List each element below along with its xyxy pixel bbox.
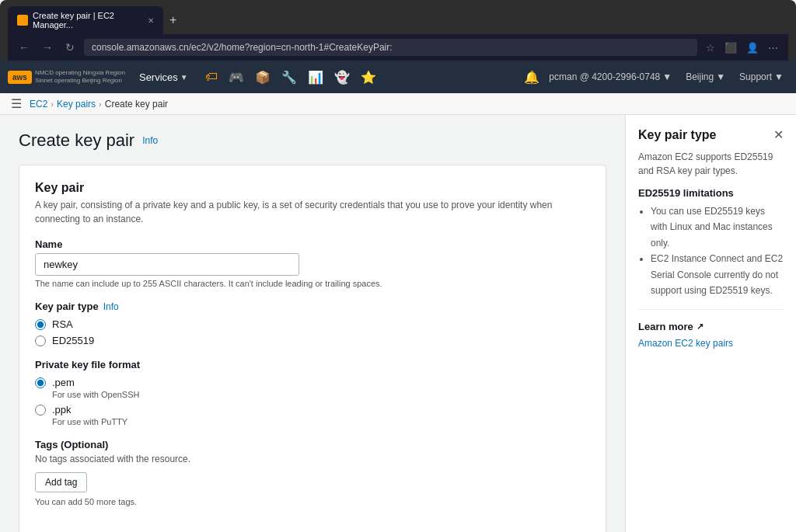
services-caret-icon: ▼ (180, 73, 188, 82)
tags-desc: No tags associated with the resource. (35, 454, 590, 464)
back-button[interactable]: ← (16, 40, 33, 55)
key-pair-type-text: Key pair type (35, 301, 99, 312)
breadcrumb: EC2 › Key pairs › Create key pair (30, 99, 168, 110)
name-hint: The name can include up to 255 ASCII cha… (35, 279, 590, 288)
page-title-text: Create key pair (19, 130, 134, 151)
browser-tabs: Create key pair | EC2 Manager... ✕ + (8, 6, 788, 34)
page-info-link[interactable]: Info (142, 135, 158, 146)
right-panel-divider (638, 309, 784, 310)
key-pair-type-info-link[interactable]: Info (103, 301, 119, 312)
region-label: Beijing (686, 71, 714, 82)
tags-group: Tags (Optional) No tags associated with … (35, 439, 590, 506)
private-key-format-label: Private key file format (35, 359, 590, 370)
pem-label[interactable]: .pem (52, 377, 75, 388)
user-caret-icon: ▼ (662, 71, 672, 82)
section-title: Key pair (35, 181, 590, 195)
more-icon[interactable]: ⋯ (766, 40, 780, 55)
nav-icon-1[interactable]: 🏷 (202, 68, 221, 85)
limitation-item-2: EC2 Instance Connect and EC2 Serial Cons… (651, 251, 784, 298)
user-account-button[interactable]: pcman @ 4200-2996-0748 ▼ (544, 70, 676, 84)
notification-bell-icon[interactable]: 🔔 (524, 70, 539, 85)
name-group: Name The name can include up to 255 ASCI… (35, 238, 590, 288)
extension-icon[interactable]: ⬛ (722, 40, 739, 55)
breadcrumb-ec2-link[interactable]: EC2 (30, 99, 47, 110)
services-nav[interactable]: Services ▼ (133, 71, 194, 83)
ppk-hint: For use with PuTTY (52, 417, 590, 426)
aws-top-nav: aws NMCD operating Ningxia Region Sinnet… (0, 61, 796, 93)
main-content: Create key pair Info Key pair A key pair… (0, 115, 625, 532)
right-panel-title-text: Key pair type (638, 128, 716, 142)
section-desc: A key pair, consisting of a private key … (35, 198, 590, 226)
amazon-ec2-key-pairs-link[interactable]: Amazon EC2 key pairs (638, 338, 733, 349)
pem-radio[interactable] (35, 377, 46, 388)
breadcrumb-sep-2: › (99, 99, 102, 109)
tab-title: Create key pair | EC2 Manager... (33, 11, 140, 30)
key-pair-type-radio-group: RSA ED25519 (35, 318, 590, 346)
page-title: Create key pair Info (19, 130, 606, 151)
pem-hint: For use with OpenSSH (52, 390, 590, 399)
nav-icon-6[interactable]: 👻 (331, 68, 353, 86)
browser-icons: ☆ ⬛ 👤 ⋯ (703, 40, 780, 55)
right-panel-close-button[interactable]: ✕ (773, 127, 784, 142)
form-card: Key pair A key pair, consisting of a pri… (19, 165, 606, 532)
aws-logo[interactable]: aws NMCD operating Ningxia Region Sinnet… (8, 69, 125, 84)
ppk-radio[interactable] (35, 405, 46, 416)
key-pair-type-group: Key pair type Info RSA ED25519 (35, 301, 590, 346)
tags-hint: You can add 50 more tags. (35, 497, 590, 506)
ppk-label[interactable]: .ppk (52, 404, 72, 416)
nav-icon-5[interactable]: 📊 (305, 68, 326, 86)
main-layout: Create key pair Info Key pair A key pair… (0, 115, 796, 532)
tags-label: Tags (Optional) (35, 439, 590, 450)
aws-logo-subtitle: NMCD operating Ningxia Region Sinnet ope… (35, 69, 125, 84)
region-caret-icon: ▼ (716, 71, 725, 82)
ed25519-radio[interactable] (35, 336, 46, 346)
private-key-format-radio-group: .pem For use with OpenSSH .ppk For use w… (35, 377, 590, 426)
support-label: Support (739, 71, 772, 82)
breadcrumb-sep-1: › (51, 99, 54, 109)
right-panel: Key pair type ✕ Amazon EC2 supports ED25… (625, 115, 796, 532)
tab-favicon (17, 15, 28, 26)
nav-right-section: 🔔 pcman @ 4200-2996-0748 ▼ Beijing ▼ Sup… (524, 70, 788, 85)
nav-icon-7[interactable]: ⭐ (358, 68, 379, 86)
nav-icon-3[interactable]: 📦 (252, 68, 274, 86)
aws-logo-text: aws (8, 71, 32, 84)
address-bar[interactable] (84, 39, 697, 56)
breadcrumb-key-pairs-link[interactable]: Key pairs (57, 99, 96, 110)
ppk-radio-item[interactable]: .ppk For use with PuTTY (35, 404, 590, 426)
refresh-button[interactable]: ↻ (62, 40, 78, 55)
secondary-nav: ☰ EC2 › Key pairs › Create key pair (0, 93, 796, 115)
tab-close-icon[interactable]: ✕ (148, 16, 154, 25)
right-panel-limitations-list: You can use ED25519 keys with Linux and … (638, 203, 784, 298)
user-label: pcman @ 4200-2996-0748 (549, 71, 660, 82)
breadcrumb-current: Create key pair (105, 99, 168, 110)
right-panel-desc: Amazon EC2 supports ED25519 and RSA key … (638, 150, 784, 178)
profile-icon[interactable]: 👤 (744, 40, 761, 55)
learn-more-text: Learn more (638, 321, 693, 332)
limitation-item-1: You can use ED25519 keys with Linux and … (651, 203, 784, 251)
rsa-label[interactable]: RSA (52, 318, 73, 330)
right-panel-limitations-title: ED25519 limitations (638, 187, 784, 199)
active-tab[interactable]: Create key pair | EC2 Manager... ✕ (8, 6, 163, 34)
external-link-icon: ↗ (696, 322, 703, 332)
hamburger-menu-button[interactable]: ☰ (11, 96, 22, 111)
rsa-radio-item[interactable]: RSA (35, 318, 590, 330)
support-caret-icon: ▼ (774, 71, 784, 82)
ed25519-radio-item[interactable]: ED25519 (35, 335, 590, 346)
star-icon[interactable]: ☆ (703, 40, 717, 55)
rsa-radio[interactable] (35, 319, 46, 330)
pem-radio-item[interactable]: .pem For use with OpenSSH (35, 377, 590, 399)
browser-chrome: Create key pair | EC2 Manager... ✕ + ← →… (0, 0, 796, 61)
nav-icon-2[interactable]: 🎮 (225, 68, 247, 86)
forward-button[interactable]: → (39, 40, 56, 55)
name-label: Name (35, 238, 590, 250)
ed25519-label[interactable]: ED25519 (52, 335, 94, 346)
add-tag-button[interactable]: Add tag (35, 472, 87, 492)
services-label: Services (139, 71, 178, 83)
new-tab-button[interactable]: + (165, 12, 181, 29)
private-key-format-group: Private key file format .pem For use wit… (35, 359, 590, 426)
private-key-format-text: Private key file format (35, 359, 140, 370)
name-input[interactable] (35, 253, 299, 276)
support-button[interactable]: Support ▼ (735, 70, 788, 84)
region-button[interactable]: Beijing ▼ (681, 70, 730, 84)
nav-icon-4[interactable]: 🔧 (278, 68, 300, 86)
